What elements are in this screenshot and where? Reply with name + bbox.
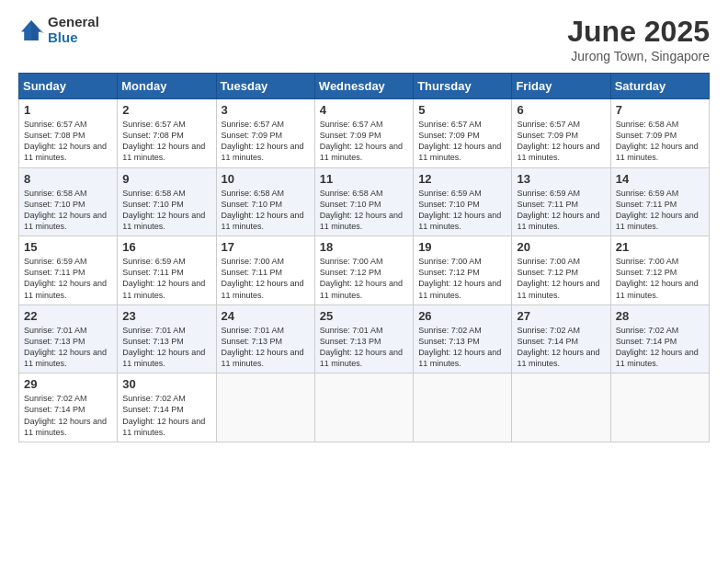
calendar-empty [512,373,610,442]
day-number: 23 [122,309,210,323]
calendar-day: 16Sunrise: 6:59 AMSunset: 7:11 PMDayligh… [118,236,216,305]
day-number: 14 [616,172,704,186]
day-info: Sunrise: 7:01 AMSunset: 7:13 PMDaylight:… [320,325,408,370]
calendar-day: 17Sunrise: 7:00 AMSunset: 7:11 PMDayligh… [216,236,314,305]
day-info: Sunrise: 6:58 AMSunset: 7:09 PMDaylight:… [616,119,704,164]
day-info: Sunrise: 6:59 AMSunset: 7:10 PMDaylight:… [418,188,506,233]
calendar-empty [216,373,314,442]
calendar-day: 15Sunrise: 6:59 AMSunset: 7:11 PMDayligh… [19,236,118,305]
calendar-day: 24Sunrise: 7:01 AMSunset: 7:13 PMDayligh… [216,304,314,373]
day-info: Sunrise: 6:57 AMSunset: 7:08 PMDaylight:… [122,119,210,164]
day-info: Sunrise: 6:58 AMSunset: 7:10 PMDaylight:… [122,188,210,233]
logo-general-text: General [48,15,99,30]
weekday-header-monday: Monday [118,74,216,99]
day-info: Sunrise: 7:02 AMSunset: 7:14 PMDaylight:… [517,325,605,370]
calendar-day: 27Sunrise: 7:02 AMSunset: 7:14 PMDayligh… [512,304,610,373]
day-info: Sunrise: 7:02 AMSunset: 7:14 PMDaylight:… [616,325,704,370]
calendar-day: 11Sunrise: 6:58 AMSunset: 7:10 PMDayligh… [314,167,413,236]
day-info: Sunrise: 6:59 AMSunset: 7:11 PMDaylight:… [517,188,605,233]
day-info: Sunrise: 7:00 AMSunset: 7:12 PMDaylight:… [517,256,605,301]
day-number: 16 [122,240,210,254]
calendar-empty [610,373,709,442]
day-number: 9 [122,172,210,186]
logo-text: General Blue [48,15,99,45]
calendar-day: 22Sunrise: 7:01 AMSunset: 7:13 PMDayligh… [19,304,118,373]
svg-marker-1 [31,20,44,40]
day-info: Sunrise: 7:00 AMSunset: 7:12 PMDaylight:… [616,256,704,301]
day-info: Sunrise: 6:57 AMSunset: 7:08 PMDaylight:… [24,119,112,164]
calendar-day: 6Sunrise: 6:57 AMSunset: 7:09 PMDaylight… [512,99,610,168]
calendar-day: 19Sunrise: 7:00 AMSunset: 7:12 PMDayligh… [414,236,512,305]
calendar-day: 26Sunrise: 7:02 AMSunset: 7:13 PMDayligh… [414,304,512,373]
day-number: 20 [517,240,605,254]
day-info: Sunrise: 6:58 AMSunset: 7:10 PMDaylight:… [222,188,310,233]
day-number: 13 [517,172,605,186]
calendar-day: 3Sunrise: 6:57 AMSunset: 7:09 PMDaylight… [216,99,314,168]
day-info: Sunrise: 7:01 AMSunset: 7:13 PMDaylight:… [24,325,112,370]
calendar-day: 28Sunrise: 7:02 AMSunset: 7:14 PMDayligh… [610,304,709,373]
calendar-week-row: 8Sunrise: 6:58 AMSunset: 7:10 PMDaylight… [19,167,710,236]
day-number: 28 [616,309,704,323]
day-number: 8 [24,172,112,186]
weekday-header-tuesday: Tuesday [216,74,314,99]
calendar-week-row: 1Sunrise: 6:57 AMSunset: 7:08 PMDaylight… [19,99,710,168]
calendar-day: 30Sunrise: 7:02 AMSunset: 7:14 PMDayligh… [118,373,216,442]
day-number: 12 [418,172,506,186]
calendar-day: 21Sunrise: 7:00 AMSunset: 7:12 PMDayligh… [610,236,709,305]
calendar-day: 12Sunrise: 6:59 AMSunset: 7:10 PMDayligh… [414,167,512,236]
day-info: Sunrise: 7:02 AMSunset: 7:13 PMDaylight:… [418,325,506,370]
day-number: 2 [122,103,210,117]
day-info: Sunrise: 6:59 AMSunset: 7:11 PMDaylight:… [616,188,704,233]
day-info: Sunrise: 6:57 AMSunset: 7:09 PMDaylight:… [222,119,310,164]
day-info: Sunrise: 6:59 AMSunset: 7:11 PMDaylight:… [122,256,210,301]
day-number: 21 [616,240,704,254]
day-info: Sunrise: 7:02 AMSunset: 7:14 PMDaylight:… [24,393,112,438]
calendar-day: 18Sunrise: 7:00 AMSunset: 7:12 PMDayligh… [314,236,413,305]
page-header: General Blue June 2025 Jurong Town, Sing… [18,15,710,63]
day-number: 25 [320,309,408,323]
calendar-day: 25Sunrise: 7:01 AMSunset: 7:13 PMDayligh… [314,304,413,373]
day-number: 10 [222,172,310,186]
day-number: 11 [320,172,408,186]
calendar-header-row: SundayMondayTuesdayWednesdayThursdayFrid… [19,74,710,99]
day-info: Sunrise: 6:58 AMSunset: 7:10 PMDaylight:… [320,188,408,233]
title-area: June 2025 Jurong Town, Singapore [567,15,710,63]
day-number: 24 [222,309,310,323]
day-info: Sunrise: 7:01 AMSunset: 7:13 PMDaylight:… [222,325,310,370]
day-number: 6 [517,103,605,117]
calendar-day: 8Sunrise: 6:58 AMSunset: 7:10 PMDaylight… [19,167,118,236]
day-info: Sunrise: 6:57 AMSunset: 7:09 PMDaylight:… [320,119,408,164]
calendar-week-row: 15Sunrise: 6:59 AMSunset: 7:11 PMDayligh… [19,236,710,305]
day-info: Sunrise: 6:57 AMSunset: 7:09 PMDaylight:… [418,119,506,164]
day-number: 5 [418,103,506,117]
location: Jurong Town, Singapore [567,49,710,63]
day-number: 26 [418,309,506,323]
calendar-day: 9Sunrise: 6:58 AMSunset: 7:10 PMDaylight… [118,167,216,236]
weekday-header-thursday: Thursday [414,74,512,99]
day-number: 30 [122,377,210,391]
logo-blue-text: Blue [48,30,99,46]
day-number: 7 [616,103,704,117]
day-info: Sunrise: 7:00 AMSunset: 7:11 PMDaylight:… [222,256,310,301]
logo-icon [18,17,44,43]
day-info: Sunrise: 7:01 AMSunset: 7:13 PMDaylight:… [122,325,210,370]
day-info: Sunrise: 7:00 AMSunset: 7:12 PMDaylight:… [418,256,506,301]
day-number: 4 [320,103,408,117]
calendar-day: 1Sunrise: 6:57 AMSunset: 7:08 PMDaylight… [19,99,118,168]
weekday-header-saturday: Saturday [610,74,709,99]
calendar-day: 20Sunrise: 7:00 AMSunset: 7:12 PMDayligh… [512,236,610,305]
calendar-table: SundayMondayTuesdayWednesdayThursdayFrid… [18,73,710,442]
day-info: Sunrise: 7:00 AMSunset: 7:12 PMDaylight:… [320,256,408,301]
calendar-empty [314,373,413,442]
calendar-week-row: 22Sunrise: 7:01 AMSunset: 7:13 PMDayligh… [19,304,710,373]
day-info: Sunrise: 6:57 AMSunset: 7:09 PMDaylight:… [517,119,605,164]
calendar-day: 29Sunrise: 7:02 AMSunset: 7:14 PMDayligh… [19,373,118,442]
calendar-day: 10Sunrise: 6:58 AMSunset: 7:10 PMDayligh… [216,167,314,236]
weekday-header-sunday: Sunday [19,74,118,99]
calendar-day: 2Sunrise: 6:57 AMSunset: 7:08 PMDaylight… [118,99,216,168]
day-number: 29 [24,377,112,391]
weekday-header-friday: Friday [512,74,610,99]
day-number: 15 [24,240,112,254]
day-number: 17 [222,240,310,254]
logo: General Blue [18,15,99,45]
